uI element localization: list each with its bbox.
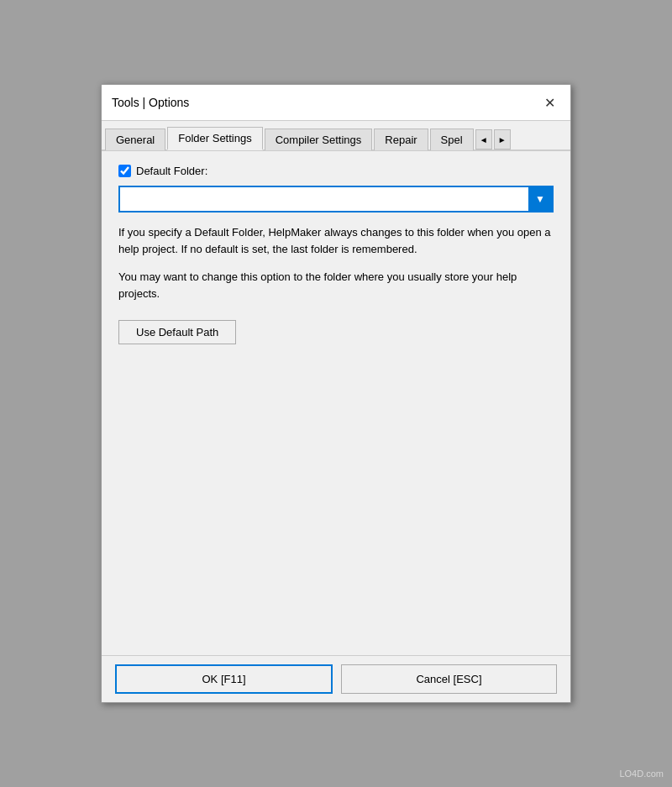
folder-dropdown-button[interactable]: ▼ xyxy=(528,187,552,211)
tab-spel[interactable]: Spel xyxy=(430,129,474,150)
description-text-1: If you specify a Default Folder, HelpMak… xyxy=(118,224,554,257)
tab-folder-settings[interactable]: Folder Settings xyxy=(167,127,262,150)
default-folder-row: Default Folder: xyxy=(118,165,554,177)
tab-prev-button[interactable]: ◄ xyxy=(475,129,492,150)
cancel-button[interactable]: Cancel [ESC] xyxy=(341,664,557,694)
default-folder-checkbox[interactable] xyxy=(118,165,131,177)
tab-next-button[interactable]: ► xyxy=(494,129,511,150)
watermark: LO4D.com xyxy=(619,769,664,779)
dialog-title: Tools | Options xyxy=(112,96,189,109)
title-bar: Tools | Options ✕ xyxy=(102,85,570,121)
tab-repair[interactable]: Repair xyxy=(374,129,428,150)
default-folder-label: Default Folder: xyxy=(136,165,207,177)
tab-compiler-settings[interactable]: Compiler Settings xyxy=(265,129,373,150)
description-text-2: You may want to change this option to th… xyxy=(118,269,554,302)
dialog-content: Default Folder: ▼ If you specify a Defau… xyxy=(102,151,570,655)
dialog-window: Tools | Options ✕ General Folder Setting… xyxy=(101,84,571,703)
folder-input[interactable] xyxy=(120,187,528,211)
close-button[interactable]: ✕ xyxy=(538,92,560,113)
folder-input-row: ▼ xyxy=(118,186,554,212)
tabs-bar: General Folder Settings Compiler Setting… xyxy=(102,121,570,151)
ok-button[interactable]: OK [F11] xyxy=(115,664,333,694)
dialog-footer: OK [F11] Cancel [ESC] xyxy=(102,655,570,702)
use-default-path-button[interactable]: Use Default Path xyxy=(118,320,236,344)
tab-general[interactable]: General xyxy=(105,129,165,150)
